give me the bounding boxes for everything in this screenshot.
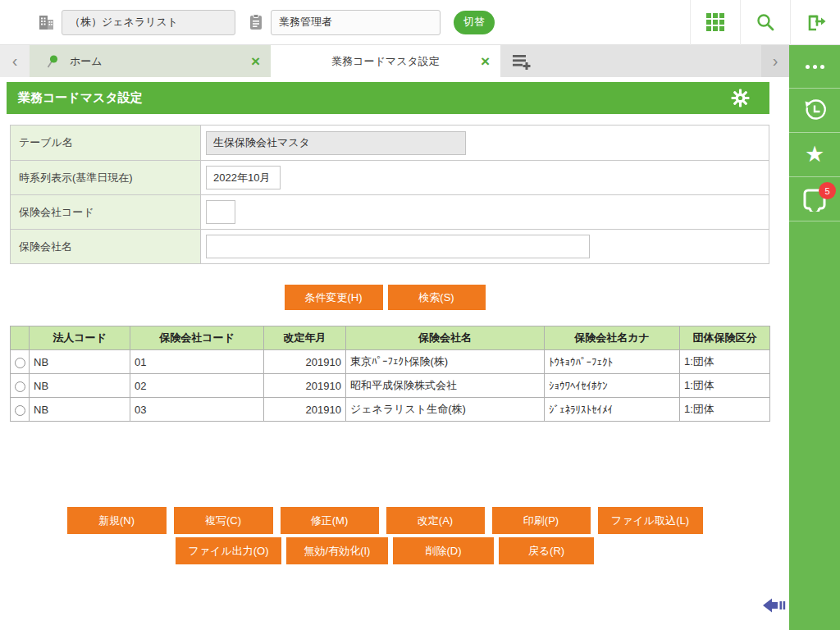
insurer-code-input[interactable] xyxy=(206,200,235,224)
tab-business-code-master[interactable]: 業務コードマスタ設定 × xyxy=(271,45,500,77)
file-export-button[interactable]: ファイル出力(O) xyxy=(176,537,281,564)
column-header: 保険会社コード xyxy=(130,326,264,350)
tab-active-close-icon[interactable]: × xyxy=(481,53,490,69)
top-bar: 切替 xyxy=(0,0,840,45)
form-row-table-name: テーブル名 xyxy=(11,126,769,160)
ellipsis-icon xyxy=(806,65,824,69)
result-table: 法人コード 保険会社コード 改定年月 保険会社名 保険会社名カナ 団体保険区分 … xyxy=(10,326,770,422)
star-icon: ★ xyxy=(805,144,824,166)
cell-group-class: 1:団体 xyxy=(680,398,770,422)
print-button[interactable]: 印刷(P) xyxy=(492,507,591,534)
tab-home-close-icon[interactable]: × xyxy=(251,53,260,69)
tab-strip: ‹ ホーム × 業務コードマスタ設定 × xyxy=(0,45,789,77)
top-bar-right xyxy=(690,0,840,45)
table-row: NB 01 201910 東京ﾊﾟｰﾌｪｸﾄ保険(株) ﾄｳｷｮｳﾊﾟｰﾌｪｸﾄ… xyxy=(11,350,770,374)
row-select-radio[interactable] xyxy=(15,405,25,416)
tab-home-label: ホーム xyxy=(70,54,251,69)
form-label: テーブル名 xyxy=(11,126,201,160)
cell-corp-code: NB xyxy=(30,398,130,422)
gear-icon xyxy=(731,89,750,107)
history-icon xyxy=(801,97,829,125)
table-row: NB 02 201910 昭和平成保険株式会社 ｼｮｳﾜﾍｲｾｲﾎｹﾝ 1:団体 xyxy=(11,374,770,398)
change-condition-button[interactable]: 条件変更(H) xyxy=(285,285,383,310)
cell-revision-ym: 201910 xyxy=(264,350,346,374)
page-title: 業務コードマスタ設定 xyxy=(18,90,731,106)
role-clipboard-icon xyxy=(249,14,262,30)
main-content: 業務コードマスタ設定 xyxy=(0,77,789,564)
revise-button[interactable]: 改定(A) xyxy=(386,507,485,534)
notification-badge: 5 xyxy=(819,182,836,199)
search-condition-form: テーブル名 時系列表示(基準日現在) 保険会社コード 保険会社名 xyxy=(10,125,769,264)
cell-insurer-name: 昭和平成保険株式会社 xyxy=(346,374,545,398)
insurer-name-input[interactable] xyxy=(206,235,590,258)
base-month-input[interactable] xyxy=(206,166,281,189)
action-button-row-2: ファイル出力(O) 無効/有効化(I) 削除(D) 戻る(R) xyxy=(0,537,769,564)
grid-icon xyxy=(706,13,724,31)
tab-home[interactable]: ホーム × xyxy=(30,45,271,77)
cell-revision-ym: 201910 xyxy=(264,398,346,422)
switch-button[interactable]: 切替 xyxy=(454,11,495,34)
tab-active-label: 業務コードマスタ設定 xyxy=(331,54,440,69)
add-tab-button[interactable] xyxy=(500,45,543,77)
chevron-left-icon: ‹ xyxy=(12,52,18,71)
copy-button[interactable]: 複写(C) xyxy=(174,507,273,534)
top-bar-left: 切替 xyxy=(0,10,690,35)
page-title-bar: 業務コードマスタ設定 xyxy=(7,82,769,114)
search-button-row: 条件変更(H) 検索(S) xyxy=(0,285,769,310)
column-header: 保険会社名 xyxy=(346,326,545,350)
logout-icon xyxy=(805,12,826,32)
table-name-input xyxy=(206,131,466,155)
row-select-radio[interactable] xyxy=(15,358,25,368)
row-select-radio[interactable] xyxy=(15,381,25,392)
table-header-row: 法人コード 保険会社コード 改定年月 保険会社名 保険会社名カナ 団体保険区分 xyxy=(11,326,770,350)
delete-button[interactable]: 削除(D) xyxy=(393,537,494,564)
column-header: 法人コード xyxy=(30,326,130,350)
search-icon xyxy=(756,12,775,32)
column-header: 団体保険区分 xyxy=(680,326,770,350)
sidebar-history-button[interactable] xyxy=(789,89,840,133)
sidebar-collapse-button[interactable] xyxy=(763,596,786,614)
new-button[interactable]: 新規(N) xyxy=(67,507,167,534)
tabs-scroll-left-button[interactable]: ‹ xyxy=(0,45,30,77)
cell-insurer-code: 01 xyxy=(130,350,264,374)
tab-strip-filler xyxy=(543,45,761,77)
app-launcher-button[interactable] xyxy=(690,0,740,45)
collapse-arrow-icon xyxy=(763,596,786,614)
sidebar-notifications-button[interactable]: 5 xyxy=(789,177,840,221)
cell-insurer-kana: ｼﾞｪﾈﾗﾘｽﾄｾｲﾒｲ xyxy=(545,398,680,422)
tabs-scroll-right-button[interactable]: › xyxy=(761,45,789,77)
right-sidebar: ★ 5 xyxy=(789,45,840,630)
cell-insurer-kana: ｼｮｳﾜﾍｲｾｲﾎｹﾝ xyxy=(545,374,680,398)
form-label: 保険会社名 xyxy=(11,230,201,263)
sidebar-favorites-button[interactable]: ★ xyxy=(789,133,840,177)
select-column-header xyxy=(11,326,30,350)
cell-insurer-code: 03 xyxy=(130,398,264,422)
file-import-button[interactable]: ファイル取込(L) xyxy=(598,507,703,534)
back-button[interactable]: 戻る(R) xyxy=(499,537,594,564)
settings-button[interactable] xyxy=(731,89,750,107)
table-row: NB 03 201910 ジェネラリスト生命(株) ｼﾞｪﾈﾗﾘｽﾄｾｲﾒｲ 1… xyxy=(11,398,770,422)
cell-revision-ym: 201910 xyxy=(264,374,346,398)
company-building-icon xyxy=(38,13,54,31)
chevron-right-icon: › xyxy=(773,52,778,71)
pin-icon xyxy=(46,54,59,69)
enable-disable-button[interactable]: 無効/有効化(I) xyxy=(286,537,388,564)
form-row-base-month: 時系列表示(基準日現在) xyxy=(11,160,769,194)
search-execute-button[interactable]: 検索(S) xyxy=(388,285,486,310)
cell-insurer-name: 東京ﾊﾟｰﾌｪｸﾄ保険(株) xyxy=(346,350,545,374)
form-row-insurer-code: 保険会社コード xyxy=(11,194,769,229)
search-button[interactable] xyxy=(740,0,790,45)
cell-group-class: 1:団体 xyxy=(680,350,770,374)
sidebar-more-button[interactable] xyxy=(789,45,840,89)
cell-group-class: 1:団体 xyxy=(680,374,770,398)
cell-insurer-name: ジェネラリスト生命(株) xyxy=(346,398,545,422)
cell-insurer-code: 02 xyxy=(130,374,264,398)
form-label: 時系列表示(基準日現在) xyxy=(11,161,201,194)
cell-insurer-kana: ﾄｳｷｮｳﾊﾟｰﾌｪｸﾄ xyxy=(545,350,680,374)
action-button-row-1: 新規(N) 複写(C) 修正(M) 改定(A) 印刷(P) ファイル取込(L) xyxy=(0,507,769,534)
form-row-insurer-name: 保険会社名 xyxy=(11,229,769,263)
role-input[interactable] xyxy=(271,10,441,35)
modify-button[interactable]: 修正(M) xyxy=(281,507,379,534)
logout-button[interactable] xyxy=(790,0,840,45)
company-input[interactable] xyxy=(62,10,235,35)
